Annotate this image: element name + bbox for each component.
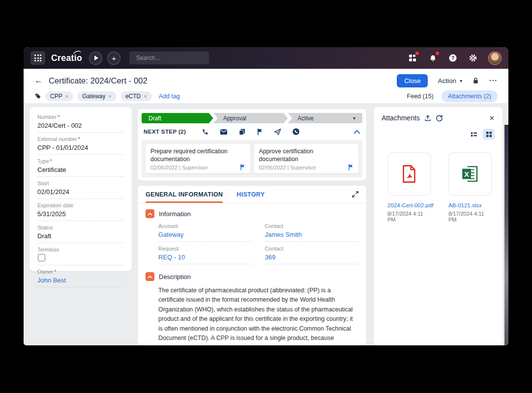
flag-button[interactable]	[257, 128, 263, 136]
refresh-icon	[436, 114, 443, 122]
grid-view-button[interactable]	[483, 129, 495, 140]
field-external-number[interactable]: External number CPP - 01/01/2024	[37, 136, 124, 155]
search-input[interactable]	[136, 55, 212, 61]
collapse-section-button[interactable]	[146, 209, 154, 218]
help-button[interactable]: ?	[448, 53, 458, 63]
field-start[interactable]: Start 02/01/2024	[37, 180, 124, 199]
add-tag-link[interactable]: Add tag	[159, 93, 180, 100]
task-card[interactable]: Prepare required certification documenta…	[146, 144, 250, 173]
play-icon	[94, 56, 98, 60]
chevron-down-icon[interactable]: ▾	[353, 115, 355, 121]
stage-draft[interactable]: Draft	[142, 113, 213, 123]
next-step-label: NEXT STEP (2)	[144, 129, 186, 135]
title-row: ← Certificate: 2024/Cert - 002 Close Act…	[24, 73, 508, 88]
refresh-button[interactable]	[436, 114, 443, 122]
tag-pill[interactable]: CPP ×	[45, 91, 73, 101]
send-button[interactable]	[274, 128, 281, 136]
account-link[interactable]: Gateway	[158, 231, 183, 238]
copy-icon	[238, 128, 246, 136]
field-label: Start	[37, 180, 124, 186]
expand-button[interactable]	[352, 191, 358, 197]
xlsx-file-tile[interactable]: X	[448, 152, 492, 196]
header-actions: Close Action ▾ ···	[397, 74, 498, 87]
play-button[interactable]	[89, 52, 102, 65]
info-label: Contact	[265, 223, 359, 229]
remove-tag-icon[interactable]: ×	[144, 93, 147, 99]
next-step-tasks: Prepare required certification documenta…	[142, 140, 362, 177]
contact-link[interactable]: James Smith	[265, 231, 302, 238]
field-number[interactable]: Number 2024/Cert - 002	[37, 114, 124, 133]
back-button[interactable]: ←	[34, 76, 43, 85]
tag-pill[interactable]: Gateway ×	[77, 91, 117, 101]
file-timestamp: 8/17/2024 4:11 PM	[387, 211, 431, 223]
upload-button[interactable]	[424, 114, 431, 122]
termless-checkbox[interactable]	[38, 254, 45, 261]
copy-task-button[interactable]	[238, 128, 246, 136]
add-button[interactable]: +	[107, 52, 120, 65]
lock-button[interactable]	[472, 77, 479, 84]
remove-tag-icon[interactable]: ×	[108, 93, 111, 99]
field-status[interactable]: Status Draft	[37, 225, 124, 243]
field-owner[interactable]: Owner John Best	[37, 269, 124, 287]
info-field-contact-2: Contact 369	[265, 246, 359, 264]
plus-icon: +	[112, 55, 116, 62]
next-step-row: NEXT STEP (2)	[142, 123, 362, 140]
close-icon: ✕	[489, 114, 495, 122]
close-button[interactable]: Close	[397, 74, 428, 87]
chevron-up-icon	[148, 275, 152, 279]
avatar[interactable]	[488, 52, 502, 65]
tags-row: CPP × Gateway × eCTD × Add tag Feed (15)…	[24, 90, 508, 102]
owner-link[interactable]: John Best	[37, 277, 66, 284]
file-name-link[interactable]: AB-0121.xlsx	[448, 202, 492, 208]
notifications-button[interactable]	[428, 53, 438, 63]
stage-bar: Draft Approval Active ▾	[142, 113, 362, 123]
tab-history[interactable]: HISTORY	[236, 186, 265, 203]
stage-approval[interactable]: Approval	[213, 113, 288, 123]
collapse-section-button[interactable]	[146, 272, 154, 281]
workspaces-button[interactable]	[408, 53, 417, 63]
field-expiration-date[interactable]: Expiration date 5/31/2025	[37, 202, 124, 221]
field-value: 02/01/2024	[37, 188, 69, 196]
chevron-up-icon	[148, 212, 152, 216]
navbar-right-icons: ?	[408, 52, 502, 65]
field-value: Certificate	[37, 166, 66, 173]
task-card[interactable]: Approve certification documentation 02/0…	[254, 144, 359, 173]
content-area: Number 2024/Cert - 002 External number C…	[24, 103, 504, 345]
field-label: Termless	[37, 247, 124, 253]
flag-icon[interactable]	[348, 164, 354, 170]
attachments-header: Attachments ✕	[382, 114, 495, 122]
workspaces-icon	[409, 55, 416, 61]
whatsapp-icon	[292, 128, 300, 136]
collapse-next-steps-button[interactable]	[354, 129, 360, 134]
feed-toggle[interactable]: Feed (15)	[407, 93, 434, 100]
action-menu-button[interactable]: Action ▾	[438, 77, 462, 84]
pdf-file-tile[interactable]	[387, 152, 431, 196]
detail-panel: GENERAL INFORMATION HISTORY	[138, 186, 366, 345]
contact-number-link[interactable]: 369	[265, 253, 276, 261]
search-box[interactable]	[129, 52, 209, 64]
top-navbar: Creatio +	[24, 47, 508, 69]
settings-button[interactable]	[468, 53, 478, 63]
remove-tag-icon[interactable]: ×	[65, 93, 68, 99]
email-button[interactable]	[220, 129, 228, 135]
request-link[interactable]: REQ - 10	[158, 253, 185, 261]
header-toggles: Feed (15) Attachments (2)	[407, 90, 498, 102]
call-button[interactable]	[202, 128, 209, 136]
field-value: 5/31/2025	[37, 210, 66, 218]
info-field-contact: Contact James Smith	[265, 223, 359, 242]
whatsapp-button[interactable]	[292, 128, 300, 136]
file-name-link[interactable]: 2024-Cert-002.pdf	[387, 202, 431, 208]
field-type[interactable]: Type Certificate	[37, 158, 124, 177]
tab-general-information[interactable]: GENERAL INFORMATION	[146, 186, 223, 203]
app-launcher-icon[interactable]	[30, 51, 45, 65]
excel-file-icon: X	[460, 164, 480, 184]
flag-icon[interactable]	[240, 164, 245, 170]
tag-pill[interactable]: eCTD ×	[120, 91, 152, 101]
list-view-button[interactable]	[468, 129, 480, 140]
grid-view-icon	[486, 131, 492, 138]
notifications-badge	[436, 52, 439, 55]
close-panel-button[interactable]: ✕	[489, 114, 495, 122]
attachments-toggle[interactable]: Attachments (2)	[442, 90, 498, 102]
more-options-button[interactable]: ···	[489, 77, 498, 84]
stage-active[interactable]: Active ▾	[288, 113, 362, 123]
